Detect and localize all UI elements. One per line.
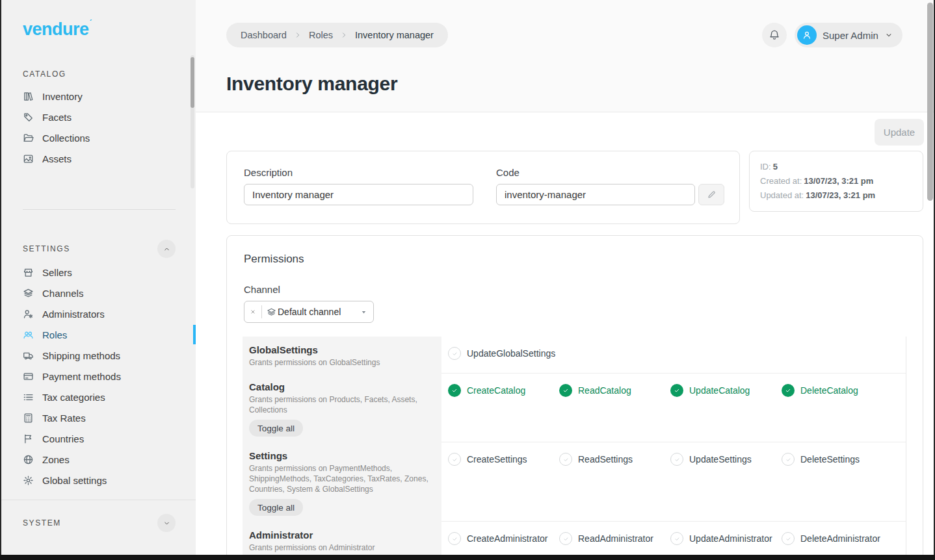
channel-select[interactable]: Default channel: [244, 301, 374, 323]
permission-checkbox[interactable]: ReadSettings: [559, 452, 670, 466]
permission-checkbox[interactable]: UpdateAdministrator: [670, 531, 782, 546]
sidebar-scrollbar-track[interactable]: [191, 55, 194, 188]
channel-label: Channel: [244, 284, 280, 295]
collapse-section-button[interactable]: [157, 514, 176, 532]
sidebar-item-label: Channels: [42, 288, 83, 299]
check-circle-icon: [559, 453, 572, 466]
avatar: [797, 25, 817, 45]
admin-icon: [23, 309, 34, 320]
description-input[interactable]: [244, 184, 473, 205]
sidebar-nav: CATALOGInventoryFacetsCollectionsAssetsS…: [1, 68, 196, 532]
user-menu[interactable]: Super Admin: [795, 23, 902, 47]
inventory-icon: [23, 91, 34, 102]
sidebar-item-label: Zones: [42, 454, 70, 465]
toggle-all-button[interactable]: Toggle all: [249, 499, 303, 516]
check-circle-icon: [782, 532, 795, 545]
sidebar-item-label: Sellers: [42, 267, 72, 278]
card-icon: [23, 371, 34, 382]
sidebar-item-payment-methods[interactable]: Payment methods: [1, 366, 196, 387]
entity-updated-at: Updated at:13/07/23, 3:21 pm: [760, 188, 912, 203]
sidebar-scrollbar-thumb[interactable]: [191, 57, 194, 108]
check-circle-icon: [448, 347, 461, 360]
permission-checkbox[interactable]: CreateCatalog: [448, 383, 559, 398]
breadcrumb-item[interactable]: Roles: [309, 30, 333, 40]
check-circle-icon: [670, 453, 683, 466]
breadcrumb-item[interactable]: Dashboard: [241, 30, 287, 40]
user-icon: [802, 30, 812, 40]
page-scrollbar-thumb[interactable]: [927, 3, 933, 201]
channel-value: Default channel: [278, 307, 341, 317]
sidebar-item-global-settings[interactable]: Global settings: [1, 470, 196, 490]
permission-checkbox[interactable]: CreateSettings: [448, 452, 559, 466]
check-circle-icon: [782, 453, 795, 466]
sidebar-section-catalog: CATALOGInventoryFacetsCollectionsAssets: [1, 68, 196, 169]
permission-row: CatalogGrants permissions on Products, F…: [243, 374, 906, 442]
sidebar-item-countries[interactable]: Countries: [1, 428, 196, 449]
permissions-heading: Permissions: [244, 253, 304, 266]
permission-checkbox[interactable]: DeleteCatalog: [782, 383, 893, 398]
check-circle-icon: [670, 532, 683, 545]
update-button[interactable]: Update: [875, 119, 924, 146]
clear-channel-button[interactable]: [244, 301, 261, 322]
toggle-all-button[interactable]: Toggle all: [249, 420, 303, 437]
permission-category: GlobalSettingsGrants permissions on Glob…: [243, 337, 441, 374]
sidebar-item-sellers[interactable]: Sellers: [1, 262, 196, 283]
sidebar-section-system: SYSTEM: [1, 500, 196, 532]
page-title: Inventory manager: [226, 73, 397, 95]
window-border-bottom: [0, 555, 935, 560]
role-detail-card: Description Code: [226, 151, 740, 224]
roles-icon: [23, 329, 34, 340]
edit-code-button[interactable]: [698, 184, 724, 205]
check-circle-icon: [448, 532, 461, 545]
sidebar-item-zones[interactable]: Zones: [1, 449, 196, 470]
check-circle-icon: [559, 532, 572, 545]
entity-created-at: Created at:13/07/23, 3:21 pm: [760, 174, 912, 188]
permission-checkbox[interactable]: CreateAdministrator: [448, 531, 559, 546]
breadcrumb-item[interactable]: Inventory manager: [355, 30, 434, 40]
logo-trademark: ˊ: [90, 18, 92, 28]
permission-label: UpdateAdministrator: [689, 533, 772, 544]
sidebar-item-assets[interactable]: Assets: [1, 148, 196, 169]
permission-checkbox[interactable]: DeleteSettings: [782, 452, 893, 466]
permission-category: SettingsGrants permissions on PaymentMet…: [243, 442, 441, 522]
collapse-section-button[interactable]: [157, 240, 176, 258]
sidebar-item-label: Administrators: [42, 309, 105, 320]
sidebar-item-facets[interactable]: Facets: [1, 107, 196, 127]
check-circle-checked-icon: [559, 384, 572, 397]
permission-category-name: Catalog: [249, 381, 430, 393]
store-icon: [23, 267, 34, 278]
sidebar-item-shipping-methods[interactable]: Shipping methods: [1, 345, 196, 366]
permission-checkbox[interactable]: ReadAdministrator: [559, 531, 670, 546]
sidebar-item-channels[interactable]: Channels: [1, 283, 196, 303]
sidebar-item-label: Inventory: [42, 91, 83, 102]
sidebar-item-label: Tax Rates: [42, 413, 86, 424]
entity-info-panel: ID:5 Created at:13/07/23, 3:21 pm Update…: [749, 151, 923, 212]
code-input[interactable]: [496, 184, 695, 205]
sidebar-item-administrators[interactable]: Administrators: [1, 303, 196, 324]
sidebar-item-inventory[interactable]: Inventory: [1, 86, 196, 107]
x-icon: [250, 309, 256, 315]
calculator-icon: [23, 413, 34, 424]
permission-checkbox[interactable]: ReadCatalog: [559, 383, 670, 398]
window-border-left: [0, 0, 1, 560]
permission-label: ReadCatalog: [578, 385, 631, 396]
check-circle-checked-icon: [782, 384, 795, 397]
folder-icon: [23, 133, 34, 144]
permission-checkbox[interactable]: UpdateCatalog: [670, 383, 782, 398]
sidebar-item-collections[interactable]: Collections: [1, 127, 196, 148]
permission-checkbox[interactable]: UpdateGlobalSettings: [448, 346, 559, 361]
permission-category-description: Grants permissions on PaymentMethods, Sh…: [249, 463, 430, 494]
sidebar-item-tax-categories[interactable]: Tax categories: [1, 387, 196, 407]
divider: [261, 305, 262, 318]
sidebar-item-label: Payment methods: [42, 371, 121, 382]
sidebar-item-label: Tax categories: [42, 392, 105, 403]
sidebar-item-roles[interactable]: Roles: [1, 324, 196, 345]
notifications-button[interactable]: [762, 23, 787, 47]
sidebar-section-label: SYSTEM: [23, 518, 61, 528]
layers-icon: [23, 288, 34, 299]
description-field: Description: [244, 167, 473, 205]
sidebar-item-tax-rates[interactable]: Tax Rates: [1, 407, 196, 428]
permission-checkbox[interactable]: DeleteAdministrator: [782, 531, 893, 546]
permission-checkbox[interactable]: UpdateSettings: [670, 452, 782, 466]
page-header-background: [196, 0, 934, 112]
